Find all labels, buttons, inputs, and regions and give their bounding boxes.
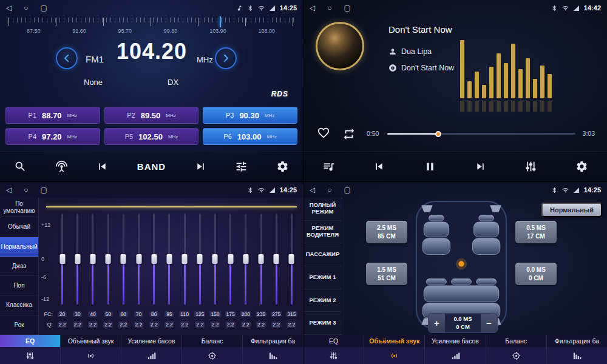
eq-slider-handle[interactable] <box>212 254 218 264</box>
listening-mode-item[interactable]: РЕЖИМ ВОДИТЕЛЯ <box>304 221 342 244</box>
eq-preset-item[interactable]: Нормальный <box>0 237 38 257</box>
delay-increase-button[interactable]: + <box>429 314 445 332</box>
eq-slider-track[interactable] <box>153 214 155 305</box>
progress-knob[interactable] <box>435 131 441 137</box>
eq-band[interactable] <box>192 214 208 305</box>
eq-slider-track[interactable] <box>138 214 140 305</box>
eq-slider-track[interactable] <box>184 214 186 305</box>
eq-band[interactable] <box>116 214 131 305</box>
back-button[interactable]: ◁ <box>6 4 12 12</box>
eq-preset-item[interactable]: Рок <box>0 315 38 335</box>
eq-slider-handle[interactable] <box>90 254 95 264</box>
eq-slider-track[interactable] <box>168 214 170 305</box>
surround-preset-button[interactable]: Нормальный <box>541 203 602 217</box>
eq-band[interactable] <box>284 214 299 305</box>
home-button[interactable]: ○ <box>327 186 331 194</box>
delay-decrease-button[interactable]: − <box>481 314 497 332</box>
tab-filter[interactable]: Фильтрация ба <box>243 335 303 364</box>
back-button[interactable]: ◁ <box>310 186 315 194</box>
antenna-icon[interactable] <box>55 160 68 173</box>
progress-bar[interactable] <box>387 133 575 135</box>
eq-slider-track[interactable] <box>229 214 231 305</box>
listening-mode-item[interactable]: ПАССАЖИР <box>304 243 342 266</box>
eq-slider-track[interactable] <box>291 214 293 305</box>
previous-track-icon[interactable] <box>373 160 385 173</box>
playlist-icon[interactable] <box>322 160 335 173</box>
eq-preset-item[interactable]: По умолчанию <box>0 198 38 217</box>
eq-band[interactable] <box>208 214 223 305</box>
eq-slider-track[interactable] <box>76 214 78 305</box>
eq-band[interactable] <box>269 214 284 305</box>
preset-button[interactable]: P3 90.30 MHz <box>203 107 297 124</box>
tab-bass-boost[interactable]: Усиление басов <box>121 335 182 364</box>
eq-slider-track[interactable] <box>199 214 201 305</box>
eq-slider-handle[interactable] <box>228 254 233 264</box>
equalizer-faders-icon[interactable] <box>524 160 537 173</box>
home-button[interactable]: ○ <box>327 4 331 12</box>
eq-slider-handle[interactable] <box>197 254 203 264</box>
tab-balance[interactable]: Баланс <box>182 335 243 364</box>
eq-band[interactable] <box>146 214 161 305</box>
eq-preset-item[interactable]: Джаз <box>0 257 38 276</box>
tab-surround[interactable]: Объёмный звук <box>364 335 425 364</box>
eq-slider-track[interactable] <box>123 214 124 305</box>
recents-button[interactable]: ▢ <box>40 4 47 12</box>
eq-band[interactable] <box>70 214 85 305</box>
recents-button[interactable]: ▢ <box>344 186 350 194</box>
eq-slider-track[interactable] <box>276 214 277 305</box>
tune-down-button[interactable] <box>56 47 78 69</box>
eq-band[interactable] <box>131 214 146 305</box>
previous-station-icon[interactable] <box>96 160 109 173</box>
tab-filter[interactable]: Фильтрация ба <box>547 335 607 364</box>
repeat-icon[interactable] <box>342 127 356 143</box>
eq-band[interactable] <box>223 214 238 305</box>
next-station-icon[interactable] <box>194 160 207 173</box>
tab-balance[interactable]: Баланс <box>486 335 547 364</box>
delay-front-right[interactable]: 0.5 MS 17 CM <box>515 221 557 243</box>
next-track-icon[interactable] <box>474 160 487 173</box>
delay-rear-left[interactable]: 1.5 MS 51 CM <box>366 263 407 285</box>
eq-band[interactable] <box>253 214 268 305</box>
listening-mode-item[interactable]: РЕЖИМ 3 <box>304 312 342 335</box>
home-button[interactable]: ○ <box>24 4 28 12</box>
preset-button[interactable]: P6 103.00 MHz <box>203 128 297 145</box>
listening-mode-item[interactable]: РЕЖИМ 2 <box>304 289 342 312</box>
eq-slider-handle[interactable] <box>182 254 188 264</box>
tab-eq[interactable]: EQ <box>304 335 364 364</box>
eq-slider-handle[interactable] <box>274 254 279 264</box>
eq-preset-item[interactable]: Обычай <box>0 217 38 237</box>
favorite-heart-icon[interactable] <box>317 126 330 142</box>
settings-gear-icon[interactable] <box>276 160 289 173</box>
delay-front-left[interactable]: 2.5 MS 85 CM <box>366 221 407 243</box>
eq-band[interactable] <box>161 214 177 305</box>
eq-band[interactable] <box>177 214 192 305</box>
tab-surround[interactable]: Объёмный звук <box>61 335 121 364</box>
settings-gear-icon[interactable] <box>575 160 588 173</box>
eq-slider-track[interactable] <box>245 214 246 305</box>
back-button[interactable]: ◁ <box>6 186 12 194</box>
preset-button[interactable]: P4 97.20 MHz <box>5 128 100 145</box>
eq-preset-item[interactable]: Поп <box>0 276 38 295</box>
tune-sliders-icon[interactable] <box>235 160 248 173</box>
pause-icon[interactable] <box>424 160 436 173</box>
back-button[interactable]: ◁ <box>310 4 315 12</box>
eq-preset-item[interactable]: Классика <box>0 295 38 315</box>
preset-button[interactable]: P5 102.50 MHz <box>104 128 199 145</box>
eq-slider-handle[interactable] <box>121 254 126 264</box>
tab-bass-boost[interactable]: Усиление басов <box>425 335 486 364</box>
recents-button[interactable]: ▢ <box>344 4 350 12</box>
home-button[interactable]: ○ <box>24 186 28 194</box>
band-switch-button[interactable]: BAND <box>137 161 166 172</box>
eq-slider-handle[interactable] <box>151 254 157 264</box>
listening-mode-item[interactable]: ПОЛНЫЙ РЕЖИМ <box>304 198 342 221</box>
listening-mode-item[interactable]: РЕЖИМ 1 <box>304 266 342 289</box>
eq-slider-handle[interactable] <box>259 254 264 264</box>
eq-slider-track[interactable] <box>92 214 93 305</box>
eq-slider-handle[interactable] <box>59 254 65 264</box>
eq-band[interactable] <box>238 214 253 305</box>
eq-slider-handle[interactable] <box>136 254 141 264</box>
preset-button[interactable]: P2 89.50 MHz <box>104 107 199 124</box>
recents-button[interactable]: ▢ <box>40 186 47 194</box>
eq-slider-track[interactable] <box>214 214 216 305</box>
eq-slider-track[interactable] <box>61 214 63 305</box>
